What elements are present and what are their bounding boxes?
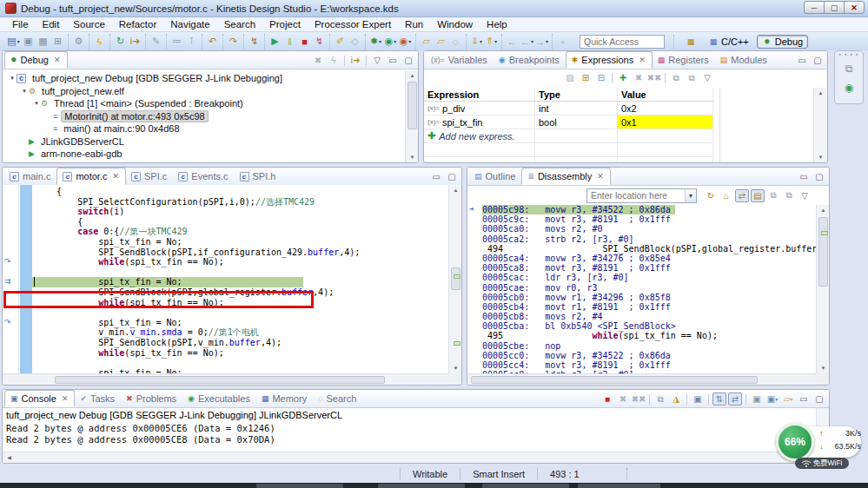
- console-warning-icon[interactable]: ◮: [669, 392, 683, 406]
- copy-output-icon[interactable]: ⧉: [653, 392, 667, 406]
- back-icon[interactable]: ←: [505, 35, 520, 49]
- expander-icon[interactable]: ▾: [8, 75, 17, 82]
- tab-console[interactable]: ▣Console✕: [4, 390, 75, 407]
- menu-refactor[interactable]: Refactor: [112, 18, 163, 30]
- trace-icon[interactable]: ⊺: [184, 35, 199, 49]
- maximize-view-icon[interactable]: ▢: [811, 54, 825, 67]
- netspeed-overlay[interactable]: ↑ 3K/s ↓ 63.5K/s 66% 免费WiFi: [776, 423, 863, 468]
- forward-icon[interactable]: →▾: [534, 35, 549, 49]
- editor-vscrollbar[interactable]: ▲ ▼: [448, 185, 461, 373]
- display-selected-console-icon[interactable]: ▣▾: [765, 392, 779, 406]
- pin-console-icon[interactable]: ▣: [750, 392, 764, 406]
- disassembly-hscrollbar[interactable]: [467, 373, 816, 385]
- close-icon[interactable]: ✕: [112, 172, 119, 181]
- last-edit-icon[interactable]: ⇓▾: [469, 35, 484, 49]
- format-brush-icon[interactable]: ✐: [333, 35, 348, 49]
- dropdown-arrow-icon[interactable]: ▾: [408, 38, 411, 44]
- debug-tree-item[interactable]: ▶JLinkGDBServerCL: [4, 135, 418, 148]
- tab-registers[interactable]: ▦Registers: [653, 51, 715, 69]
- code-line[interactable]: spi_tx_fin = No;: [36, 318, 448, 328]
- dropdown-arrow-icon[interactable]: ▾: [494, 38, 497, 44]
- disassembly-listing[interactable]: ➜00005c98: movw r3, #34522 ; 0x86da00005…: [467, 205, 816, 373]
- tab-main-c[interactable]: cmain.c: [4, 168, 56, 185]
- menu-source[interactable]: Source: [66, 18, 111, 30]
- remove-launch-icon[interactable]: ✖: [616, 392, 630, 406]
- refresh-view-icon[interactable]: ↻: [704, 189, 718, 202]
- minimize-view-icon[interactable]: ▭: [797, 170, 811, 183]
- open-element-icon[interactable]: ▱: [434, 35, 448, 49]
- link-editor-icon[interactable]: ▫: [555, 35, 570, 49]
- menu-file[interactable]: File: [5, 18, 36, 30]
- debug-tree-item[interactable]: ▾⚙Thread [1] <main> (Suspended : Breakpo…: [4, 97, 418, 110]
- new-file-icon[interactable]: ▤▾: [6, 35, 21, 49]
- restore-view-icon[interactable]: ⧉: [839, 60, 858, 77]
- pin-editor-icon[interactable]: ✎: [149, 35, 163, 49]
- code-line[interactable]: [36, 267, 448, 278]
- search-icon[interactable]: ◌: [448, 35, 463, 49]
- code-line[interactable]: {: [36, 217, 448, 228]
- minimize-view-icon[interactable]: ▭: [797, 392, 811, 406]
- disassembly-line[interactable]: 00005ca0: movs r2, #0: [467, 224, 816, 234]
- step-back-icon[interactable]: ↶: [205, 35, 220, 49]
- debug-tree-item[interactable]: ≡main() at main.c:90 0x4d68: [4, 122, 418, 135]
- paste-icon[interactable]: ⧉: [782, 189, 796, 202]
- add-expression-icon[interactable]: ✚: [616, 71, 630, 84]
- instruction-step-toggle-icon[interactable]: i➜: [348, 54, 362, 67]
- open-console-icon[interactable]: ▱▾: [781, 392, 795, 406]
- dropdown-arrow-icon[interactable]: ▾: [790, 396, 792, 402]
- debug-tree-item[interactable]: ≡MotorInit() at motor.c:493 0x5c98: [4, 110, 418, 123]
- code-line[interactable]: SPI_SendBlock(pSPI,v_min.buffer,4);: [36, 338, 448, 348]
- perspective-cc++[interactable]: ▦C/C++: [704, 36, 753, 48]
- disassembly-line[interactable]: 00005cbe: nop: [467, 341, 816, 351]
- expander-icon[interactable]: ▾: [20, 88, 29, 95]
- disassembly-line[interactable]: 494 SPI_SendBlock(pSPI,global_register.b…: [467, 244, 816, 254]
- flash-download-icon[interactable]: ϟ: [92, 35, 107, 49]
- tab-memory[interactable]: ▦Memory: [256, 390, 313, 407]
- tab-Events-c[interactable]: cEvents.c: [173, 168, 234, 185]
- tab-disassembly[interactable]: ≣Disassembly✕: [521, 168, 610, 185]
- expression-row[interactable]: (x)=spi_tx_finbool0x1: [424, 115, 713, 129]
- save-all-icon[interactable]: ▦: [36, 35, 50, 49]
- close-icon[interactable]: ✕: [54, 56, 61, 64]
- refresh-debug-icon[interactable]: ↻: [113, 35, 128, 49]
- minimize-view-icon[interactable]: ▭: [386, 54, 400, 67]
- disassembly-line[interactable]: 00005cb4: movt r1, #8191 ; 0x1fff: [467, 302, 816, 312]
- tab-executables[interactable]: ◉Executables: [182, 390, 256, 407]
- new-cpp-class-icon[interactable]: ▱: [419, 35, 434, 49]
- code-line[interactable]: [36, 358, 448, 368]
- disassembly-line[interactable]: 00005cae: mov r0, r3: [467, 283, 816, 293]
- tab-SPI-h[interactable]: cSPI.h: [235, 168, 282, 185]
- terminate-console-icon[interactable]: ■: [600, 392, 614, 406]
- location-input[interactable]: [587, 190, 685, 201]
- view-menu-icon[interactable]: ▽: [370, 54, 384, 67]
- disassembly-line[interactable]: 00005cb8: movs r2, #4: [467, 312, 816, 321]
- dropdown-arrow-icon[interactable]: ▾: [379, 38, 381, 44]
- code-line[interactable]: [36, 307, 448, 318]
- pinned-view-icon[interactable]: ◉: [839, 79, 858, 96]
- code-line[interactable]: SPI_SelectConfiguration(pSPI,i,0);//选择TM…: [36, 197, 448, 208]
- memory-percent-ball[interactable]: 66%: [776, 423, 814, 461]
- menu-project[interactable]: Project: [262, 18, 308, 30]
- console-hscrollbar[interactable]: ◀: [3, 452, 816, 463]
- undo-icon[interactable]: ↷: [226, 35, 241, 49]
- remove-terminated-icon[interactable]: ✖: [311, 54, 325, 67]
- save-icon[interactable]: ▣: [21, 35, 36, 49]
- disassembly-line[interactable]: 00005cac: ldr r3, [r3, #0]: [467, 273, 816, 282]
- next-annotation-icon[interactable]: ⇑▾: [484, 35, 499, 49]
- disassembly-line[interactable]: 00005ca4: movw r3, #34276 ; 0x85e4: [467, 254, 816, 263]
- back-history-icon[interactable]: ←▾: [520, 35, 534, 49]
- disassembly-line[interactable]: 00005cc0: movw r3, #34522 ; 0x86da: [467, 351, 816, 360]
- menu-window[interactable]: Window: [430, 18, 480, 30]
- display-console-icon[interactable]: ▣: [691, 392, 705, 406]
- show-columns-icon[interactable]: ▨: [563, 71, 577, 84]
- tab-expressions[interactable]: ✱Expressions✕: [566, 51, 653, 69]
- maximize-view-icon[interactable]: ▢: [401, 54, 415, 67]
- minimize-view-icon[interactable]: ▭: [429, 170, 443, 183]
- debug-launch-icon[interactable]: ✹▾: [368, 35, 383, 49]
- code-line[interactable]: v_min.v_min.smda = 0;//第1个电机: [36, 327, 448, 338]
- view-menu-icon[interactable]: ▽: [798, 189, 812, 202]
- collapse-all-icon[interactable]: ⊟: [594, 71, 608, 84]
- sync-with-thread-icon[interactable]: ⇄: [735, 189, 749, 202]
- menu-search[interactable]: Search: [217, 18, 262, 30]
- disassembly-line[interactable]: ➜00005c98: movw r3, #34522 ; 0x86da: [467, 205, 816, 214]
